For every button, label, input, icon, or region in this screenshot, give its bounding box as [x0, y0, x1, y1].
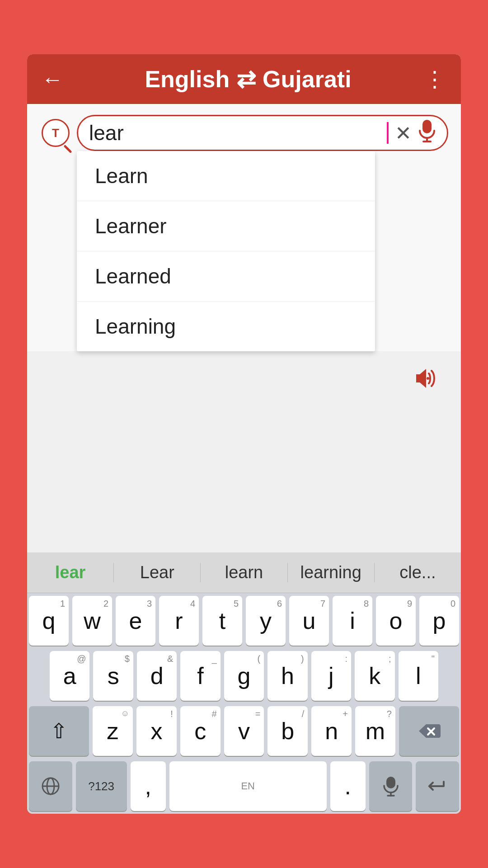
svg-rect-0 [422, 120, 432, 133]
key-a[interactable]: @a [50, 651, 89, 701]
key-y[interactable]: 6y [246, 596, 286, 646]
header-title: English ⇄ Gujarati [72, 66, 424, 93]
key-q[interactable]: 1q [29, 596, 69, 646]
back-button[interactable]: ← [42, 67, 63, 92]
key-d[interactable]: &d [137, 651, 177, 701]
key-s[interactable]: $s [93, 651, 133, 701]
key-mic[interactable] [369, 761, 413, 811]
key-k[interactable]: ;k [355, 651, 394, 701]
phone-container: ← English ⇄ Gujarati ⋮ T lear ✕ [27, 54, 461, 814]
keyboard-suggest-bar: lear Lear learn learning cle... [27, 552, 461, 593]
translate-icon: T [42, 119, 70, 147]
suggestion-learning[interactable]: Learning [77, 302, 375, 351]
suggest-cle[interactable]: cle... [375, 563, 461, 582]
keyboard-row-4: ?123 , EN . [27, 759, 461, 814]
key-shift[interactable]: ⇧ [29, 706, 89, 756]
search-row: T lear ✕ [40, 115, 448, 151]
search-area: T lear ✕ [27, 104, 461, 351]
key-j[interactable]: :j [311, 651, 351, 701]
key-symbols[interactable]: ?123 [76, 761, 127, 811]
key-w[interactable]: 2w [72, 596, 112, 646]
search-translate-icon[interactable]: T [40, 117, 71, 149]
key-i[interactable]: 8i [333, 596, 372, 646]
app-container: ← English ⇄ Gujarati ⋮ T lear ✕ [27, 54, 461, 814]
svg-rect-9 [386, 777, 395, 788]
keyboard-row-1: 1q 2w 3e 4r 5t 6y 7u 8i 9o 0p [27, 593, 461, 648]
key-language[interactable] [29, 761, 72, 811]
suggestions-dropdown: Learn Learner Learned Learning [77, 151, 375, 351]
mic-button[interactable] [418, 119, 436, 147]
clear-button[interactable]: ✕ [393, 120, 413, 146]
more-button[interactable]: ⋮ [424, 66, 446, 92]
key-o[interactable]: 9o [376, 596, 416, 646]
search-input[interactable]: lear [89, 121, 381, 145]
key-z[interactable]: ☺z [93, 706, 133, 756]
key-l[interactable]: "l [399, 651, 438, 701]
speaker-button[interactable] [407, 360, 443, 396]
key-r[interactable]: 4r [159, 596, 199, 646]
key-u[interactable]: 7u [289, 596, 329, 646]
suggest-learning[interactable]: learning [288, 563, 375, 582]
key-m[interactable]: ?m [355, 706, 395, 756]
text-cursor [387, 122, 389, 144]
keyboard-row-2: @a $s &d _f (g )h :j ;k "l [27, 648, 461, 703]
key-g[interactable]: (g [224, 651, 264, 701]
key-h[interactable]: )h [267, 651, 307, 701]
key-t[interactable]: 5t [202, 596, 242, 646]
key-f[interactable]: _f [180, 651, 220, 701]
key-n[interactable]: +n [311, 706, 352, 756]
key-enter[interactable] [416, 761, 459, 811]
suggestion-learned[interactable]: Learned [77, 251, 375, 302]
key-v[interactable]: =v [224, 706, 264, 756]
key-backspace[interactable] [399, 706, 459, 756]
content-area [27, 351, 461, 552]
header: ← English ⇄ Gujarati ⋮ [27, 54, 461, 104]
suggestion-learner[interactable]: Learner [77, 201, 375, 251]
key-e[interactable]: 3e [116, 596, 155, 646]
key-p[interactable]: 0p [419, 596, 459, 646]
key-comma[interactable]: , [131, 761, 166, 811]
keyboard-row-3: ⇧ ☺z !x #c =v /b +n ?m [27, 703, 461, 759]
svg-point-3 [427, 377, 429, 380]
key-period[interactable]: . [330, 761, 366, 811]
key-space[interactable]: EN [169, 761, 327, 811]
suggest-learn[interactable]: learn [201, 563, 287, 582]
keyboard: 1q 2w 3e 4r 5t 6y 7u 8i 9o 0p @a $s &d _… [27, 593, 461, 814]
search-input-box[interactable]: lear ✕ [77, 115, 448, 151]
suggest-Lear[interactable]: Lear [114, 563, 201, 582]
suggest-lear[interactable]: lear [27, 563, 114, 582]
suggestion-learn[interactable]: Learn [77, 151, 375, 201]
key-c[interactable]: #c [180, 706, 221, 756]
key-b[interactable]: /b [267, 706, 308, 756]
key-x[interactable]: !x [136, 706, 177, 756]
